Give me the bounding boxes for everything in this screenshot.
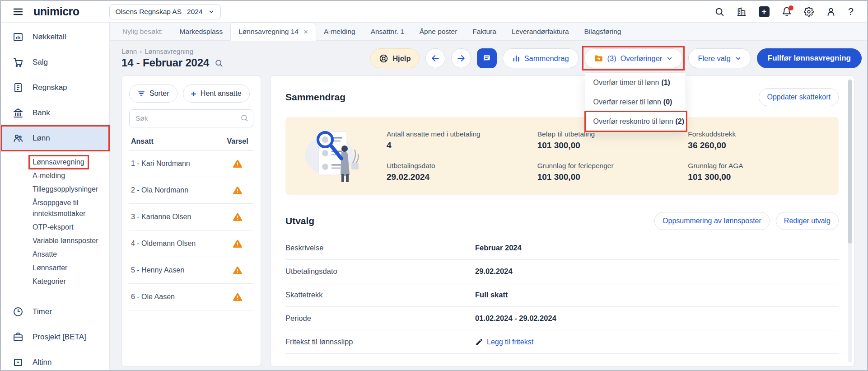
detail-value: Februar 2024: [475, 244, 522, 252]
vertical-scrollbar[interactable]: [848, 80, 852, 362]
employee-name: 2 - Ola Nordmann: [131, 186, 188, 194]
utvalg-detail-table: Beskrivelse Februar 2024 Utbetalingsdato…: [285, 236, 839, 354]
settings-gear-icon[interactable]: [804, 7, 814, 17]
tab-markedsplass[interactable]: Markedsplass: [172, 23, 231, 40]
submenu-item-amelding[interactable]: A-melding: [33, 169, 103, 183]
oppsummering-lonnsposter-button[interactable]: Oppsummering av lønnsposter: [654, 212, 770, 230]
sidebar-item-nokkeltall[interactable]: Nøkkeltall: [1, 24, 109, 50]
sidebar-item-label: Bank: [33, 108, 50, 117]
submenu-item-variable-lonnsposter[interactable]: Variable lønnsposter: [33, 234, 103, 248]
submenu-item-arsoppgave[interactable]: Årsoppgave til inntektsmottaker: [33, 196, 103, 221]
plus-glyph: +: [761, 7, 766, 17]
tab-label: Lønnsavregning 14: [238, 28, 299, 36]
stat-antall-ansatte: Antall ansatte med i utbetaling 4: [387, 130, 519, 150]
employee-row[interactable]: 1 - Kari Nordmann: [129, 150, 253, 177]
overforinger-button[interactable]: (3) Overføringer: [584, 48, 683, 68]
employee-search-input[interactable]: [129, 109, 253, 127]
stat-value: 36 260,00: [688, 141, 821, 150]
tab-amelding[interactable]: A-melding: [316, 23, 363, 40]
hent-ansatte-button[interactable]: + Hent ansatte: [183, 85, 250, 103]
back-button[interactable]: [425, 48, 445, 68]
tab-bilagsforing[interactable]: Bilagsføring: [577, 23, 629, 40]
sammendrag-button[interactable]: Sammendrag: [503, 48, 579, 68]
submenu-item-otp-eksport[interactable]: OTP-eksport: [33, 221, 103, 234]
employee-row[interactable]: 6 - Ole Aasen: [129, 284, 253, 310]
flere-valg-button[interactable]: Flere valg: [688, 48, 751, 68]
submenu-item-lonnsarter[interactable]: Lønnsarter: [33, 261, 103, 275]
company-selector[interactable]: Olsens Regnskap AS 2024: [109, 4, 221, 19]
submenu-item-kategorier[interactable]: Kategorier: [33, 275, 103, 288]
content-area: Sorter + Hent ansatte: [110, 75, 867, 370]
sidebar-item-salg[interactable]: Salg: [1, 50, 109, 75]
help-question-icon[interactable]: ?: [848, 6, 854, 18]
tab-label: Markedsplass: [180, 28, 223, 36]
menu-item-overfor-timer[interactable]: Overfør timer til lønn(1): [585, 73, 686, 92]
sorter-button[interactable]: Sorter: [129, 85, 177, 103]
sidebar-item-altinn[interactable]: Altinn: [1, 350, 109, 371]
help-button[interactable]: Hjelp: [370, 48, 419, 68]
summary-panel: Sammendrag Oppdater skattekort: [271, 75, 854, 366]
submenu-item-tilleggsopplysninger[interactable]: Tilleggsopplysninger: [33, 183, 103, 196]
breadcrumb-separator: ›: [140, 47, 142, 55]
breadcrumb-current[interactable]: Lønnsavregning: [145, 47, 193, 55]
submenu-item-lonnsavregning[interactable]: Lønnsavregning: [33, 155, 103, 169]
sidebar-item-lonn[interactable]: Lønn: [1, 126, 109, 151]
scrollbar-thumb[interactable]: [848, 80, 852, 244]
warning-triangle-icon[interactable]: [224, 212, 252, 222]
employee-row[interactable]: 5 - Henny Aasen: [129, 257, 253, 284]
breadcrumb-parent[interactable]: Lønn: [121, 47, 137, 55]
menu-item-label: Overfør reiser til lønn: [593, 98, 661, 106]
submenu-label: Årsoppgave til inntektsmottaker: [33, 199, 85, 217]
employee-row[interactable]: 3 - Karianne Olsen: [129, 204, 253, 230]
detail-label: Fritekst til lønnsslipp: [285, 338, 475, 346]
sidebar-item-regnskap[interactable]: Regnskap: [1, 75, 109, 100]
ledger-document-icon: [13, 82, 23, 93]
tab-leverandorfaktura[interactable]: Leverandørfaktura: [504, 23, 577, 40]
fiscal-year: 2024: [187, 8, 202, 16]
tab-close-icon[interactable]: ×: [303, 28, 308, 36]
legg-til-fritekst-link[interactable]: Legg til fritekst: [475, 338, 533, 346]
warning-triangle-icon[interactable]: [224, 265, 252, 275]
notifications-bell-icon[interactable]: [782, 7, 792, 17]
column-header-varsel[interactable]: Varsel: [224, 137, 252, 146]
hamburger-menu-icon[interactable]: [13, 6, 23, 17]
sidebar-item-prosjekt[interactable]: Prosjekt [BETA]: [1, 324, 109, 350]
warning-triangle-icon[interactable]: [224, 292, 252, 302]
page-title: 14 - Februar 2024: [121, 56, 209, 69]
search-icon: [240, 114, 248, 122]
oppdater-skattekort-button[interactable]: Oppdater skattekort: [759, 88, 839, 106]
sidebar-item-timer[interactable]: Timer: [1, 299, 109, 324]
tab-faktura[interactable]: Faktura: [465, 23, 504, 40]
warning-triangle-icon[interactable]: [224, 185, 252, 195]
title-search-icon[interactable]: [215, 59, 223, 67]
company-building-icon[interactable]: [737, 7, 747, 17]
menu-item-overfor-reskontro[interactable]: Overfør reskontro til lønn(2): [585, 112, 686, 131]
chart-icon: [13, 32, 23, 42]
recent-tabs-bar: Nylig besøkt: Markedsplass Lønnsavregnin…: [110, 23, 867, 41]
feedback-chat-button[interactable]: [477, 48, 497, 68]
employee-row[interactable]: 2 - Ola Nordmann: [129, 177, 253, 204]
warning-triangle-icon[interactable]: [224, 159, 252, 169]
menu-item-overfor-reiser[interactable]: Overfør reiser til lønn(0): [585, 92, 686, 112]
sidebar-item-bank[interactable]: Bank: [1, 100, 109, 126]
arrow-right-icon: [457, 54, 466, 63]
tab-ansattnr-1[interactable]: Ansattnr. 1: [363, 23, 412, 40]
fullfor-lonnsavregning-button[interactable]: Fullfør lønnsavregning: [757, 48, 862, 68]
forward-button[interactable]: [451, 48, 471, 68]
tab-lonnsavregning-14[interactable]: Lønnsavregning 14 ×: [230, 23, 316, 41]
search-icon[interactable]: [714, 7, 724, 17]
submenu-item-ansatte[interactable]: Ansatte: [33, 248, 103, 261]
employee-row[interactable]: 4 - Oldemann Olsen: [129, 230, 253, 257]
rediger-utvalg-button[interactable]: Rediger utvalg: [776, 212, 839, 230]
column-header-ansatt[interactable]: Ansatt: [131, 137, 154, 146]
stat-value: 4: [387, 141, 519, 150]
legg-til-fritekst-label: Legg til fritekst: [487, 338, 533, 346]
submenu-label: Lønnsarter: [33, 264, 67, 272]
overforinger-dropdown: Overfør timer til lønn(1) Overfør reiser…: [585, 72, 686, 131]
warning-triangle-icon[interactable]: [224, 239, 252, 249]
sammendrag-button-label: Sammendrag: [524, 54, 569, 63]
tab-apne-poster[interactable]: Åpne poster: [412, 23, 465, 40]
user-profile-icon[interactable]: [826, 7, 836, 17]
overforinger-button-label: Overføringer: [621, 54, 663, 63]
add-new-icon[interactable]: +: [759, 6, 770, 17]
